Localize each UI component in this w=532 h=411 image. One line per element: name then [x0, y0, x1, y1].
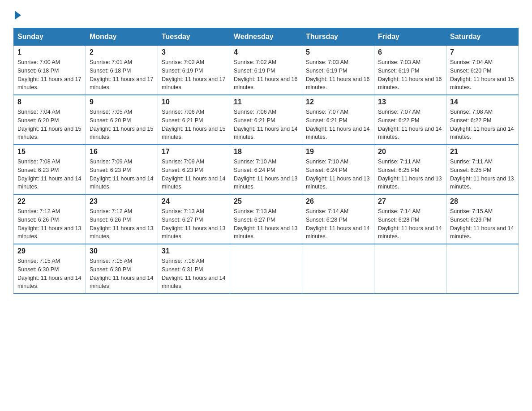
day-number: 13: [378, 98, 442, 106]
calendar-table: SundayMondayTuesdayWednesdayThursdayFrid…: [13, 28, 519, 294]
day-number: 7: [450, 48, 515, 56]
day-info: Sunrise: 7:08 AMSunset: 6:22 PMDaylight:…: [450, 108, 515, 141]
day-number: 25: [234, 197, 298, 206]
day-info: Sunrise: 7:15 AMSunset: 6:29 PMDaylight:…: [450, 207, 515, 241]
calendar-cell: [302, 244, 374, 294]
day-info: Sunrise: 7:13 AMSunset: 6:27 PMDaylight:…: [162, 207, 226, 241]
day-number: 18: [234, 148, 298, 156]
logo: [13, 9, 21, 20]
calendar-cell: 7Sunrise: 7:04 AMSunset: 6:20 PMDaylight…: [446, 46, 519, 95]
day-info: Sunrise: 7:11 AMSunset: 6:25 PMDaylight:…: [378, 158, 442, 191]
calendar-cell: 22Sunrise: 7:12 AMSunset: 6:26 PMDayligh…: [14, 194, 86, 244]
calendar-cell: [374, 244, 446, 294]
calendar-cell: 28Sunrise: 7:15 AMSunset: 6:29 PMDayligh…: [446, 194, 519, 244]
day-info: Sunrise: 7:03 AMSunset: 6:19 PMDaylight:…: [378, 58, 442, 92]
day-info: Sunrise: 7:14 AMSunset: 6:28 PMDaylight:…: [378, 207, 442, 241]
day-number: 23: [90, 197, 154, 206]
day-number: 9: [90, 98, 154, 106]
calendar-cell: 30Sunrise: 7:15 AMSunset: 6:30 PMDayligh…: [86, 244, 158, 294]
day-number: 31: [162, 247, 226, 255]
day-info: Sunrise: 7:12 AMSunset: 6:26 PMDaylight:…: [17, 207, 82, 241]
calendar-cell: 19Sunrise: 7:10 AMSunset: 6:24 PMDayligh…: [302, 145, 374, 194]
calendar-cell: 29Sunrise: 7:15 AMSunset: 6:30 PMDayligh…: [14, 244, 86, 294]
day-number: 17: [162, 148, 226, 156]
day-number: 27: [378, 197, 442, 206]
header-saturday: Saturday: [446, 28, 519, 46]
calendar-cell: 10Sunrise: 7:06 AMSunset: 6:21 PMDayligh…: [158, 95, 230, 145]
calendar-cell: 11Sunrise: 7:06 AMSunset: 6:21 PMDayligh…: [230, 95, 302, 145]
day-number: 20: [378, 148, 442, 156]
calendar-cell: 21Sunrise: 7:11 AMSunset: 6:25 PMDayligh…: [446, 145, 519, 194]
calendar-cell: 2Sunrise: 7:01 AMSunset: 6:18 PMDaylight…: [86, 46, 158, 95]
calendar-cell: 4Sunrise: 7:02 AMSunset: 6:19 PMDaylight…: [230, 46, 302, 95]
page-header: [13, 9, 519, 20]
day-info: Sunrise: 7:05 AMSunset: 6:20 PMDaylight:…: [90, 108, 154, 141]
day-info: Sunrise: 7:09 AMSunset: 6:23 PMDaylight:…: [162, 158, 226, 191]
day-number: 30: [90, 247, 154, 255]
day-info: Sunrise: 7:06 AMSunset: 6:21 PMDaylight:…: [234, 108, 298, 141]
day-number: 6: [378, 48, 442, 56]
calendar-cell: 6Sunrise: 7:03 AMSunset: 6:19 PMDaylight…: [374, 46, 446, 95]
day-number: 22: [17, 197, 82, 206]
calendar-cell: 26Sunrise: 7:14 AMSunset: 6:28 PMDayligh…: [302, 194, 374, 244]
logo-arrow-icon: [15, 11, 21, 20]
header-tuesday: Tuesday: [158, 28, 230, 46]
calendar-cell: 15Sunrise: 7:08 AMSunset: 6:23 PMDayligh…: [14, 145, 86, 194]
day-number: 12: [306, 98, 370, 106]
calendar-cell: 5Sunrise: 7:03 AMSunset: 6:19 PMDaylight…: [302, 46, 374, 95]
day-info: Sunrise: 7:07 AMSunset: 6:21 PMDaylight:…: [306, 108, 370, 141]
calendar-week-2: 8Sunrise: 7:04 AMSunset: 6:20 PMDaylight…: [14, 95, 519, 145]
day-number: 11: [234, 98, 298, 106]
header-friday: Friday: [374, 28, 446, 46]
calendar-week-5: 29Sunrise: 7:15 AMSunset: 6:30 PMDayligh…: [14, 244, 519, 294]
calendar-cell: 13Sunrise: 7:07 AMSunset: 6:22 PMDayligh…: [374, 95, 446, 145]
calendar-cell: 9Sunrise: 7:05 AMSunset: 6:20 PMDaylight…: [86, 95, 158, 145]
calendar-cell: 17Sunrise: 7:09 AMSunset: 6:23 PMDayligh…: [158, 145, 230, 194]
calendar-cell: 31Sunrise: 7:16 AMSunset: 6:31 PMDayligh…: [158, 244, 230, 294]
day-info: Sunrise: 7:15 AMSunset: 6:30 PMDaylight:…: [17, 257, 82, 291]
calendar-cell: 24Sunrise: 7:13 AMSunset: 6:27 PMDayligh…: [158, 194, 230, 244]
calendar-cell: 25Sunrise: 7:13 AMSunset: 6:27 PMDayligh…: [230, 194, 302, 244]
calendar-cell: 8Sunrise: 7:04 AMSunset: 6:20 PMDaylight…: [14, 95, 86, 145]
calendar-cell: 20Sunrise: 7:11 AMSunset: 6:25 PMDayligh…: [374, 145, 446, 194]
header-sunday: Sunday: [14, 28, 86, 46]
day-number: 28: [450, 197, 515, 206]
day-info: Sunrise: 7:10 AMSunset: 6:24 PMDaylight:…: [234, 158, 298, 191]
day-info: Sunrise: 7:13 AMSunset: 6:27 PMDaylight:…: [234, 207, 298, 241]
calendar-cell: [230, 244, 302, 294]
day-number: 1: [17, 48, 82, 56]
calendar-week-3: 15Sunrise: 7:08 AMSunset: 6:23 PMDayligh…: [14, 145, 519, 194]
calendar-cell: 18Sunrise: 7:10 AMSunset: 6:24 PMDayligh…: [230, 145, 302, 194]
day-info: Sunrise: 7:07 AMSunset: 6:22 PMDaylight:…: [378, 108, 442, 141]
header-monday: Monday: [86, 28, 158, 46]
day-info: Sunrise: 7:04 AMSunset: 6:20 PMDaylight:…: [17, 108, 82, 141]
calendar-cell: 1Sunrise: 7:00 AMSunset: 6:18 PMDaylight…: [14, 46, 86, 95]
calendar-cell: 23Sunrise: 7:12 AMSunset: 6:26 PMDayligh…: [86, 194, 158, 244]
day-number: 24: [162, 197, 226, 206]
day-info: Sunrise: 7:10 AMSunset: 6:24 PMDaylight:…: [306, 158, 370, 191]
day-info: Sunrise: 7:02 AMSunset: 6:19 PMDaylight:…: [162, 58, 226, 92]
day-info: Sunrise: 7:00 AMSunset: 6:18 PMDaylight:…: [17, 58, 82, 92]
day-info: Sunrise: 7:12 AMSunset: 6:26 PMDaylight:…: [90, 207, 154, 241]
day-number: 3: [162, 48, 226, 56]
day-number: 14: [450, 98, 515, 106]
day-number: 29: [17, 247, 82, 255]
calendar-week-1: 1Sunrise: 7:00 AMSunset: 6:18 PMDaylight…: [14, 46, 519, 95]
calendar-cell: 14Sunrise: 7:08 AMSunset: 6:22 PMDayligh…: [446, 95, 519, 145]
day-info: Sunrise: 7:03 AMSunset: 6:19 PMDaylight:…: [306, 58, 370, 92]
day-number: 4: [234, 48, 298, 56]
day-info: Sunrise: 7:01 AMSunset: 6:18 PMDaylight:…: [90, 58, 154, 92]
day-number: 8: [17, 98, 82, 106]
calendar-week-4: 22Sunrise: 7:12 AMSunset: 6:26 PMDayligh…: [14, 194, 519, 244]
calendar-cell: 16Sunrise: 7:09 AMSunset: 6:23 PMDayligh…: [86, 145, 158, 194]
day-number: 2: [90, 48, 154, 56]
day-number: 19: [306, 148, 370, 156]
day-info: Sunrise: 7:09 AMSunset: 6:23 PMDaylight:…: [90, 158, 154, 191]
day-info: Sunrise: 7:16 AMSunset: 6:31 PMDaylight:…: [162, 257, 226, 291]
calendar-header-row: SundayMondayTuesdayWednesdayThursdayFrid…: [14, 28, 519, 46]
calendar-cell: 3Sunrise: 7:02 AMSunset: 6:19 PMDaylight…: [158, 46, 230, 95]
day-number: 15: [17, 148, 82, 156]
day-info: Sunrise: 7:15 AMSunset: 6:30 PMDaylight:…: [90, 257, 154, 291]
day-number: 21: [450, 148, 515, 156]
day-info: Sunrise: 7:06 AMSunset: 6:21 PMDaylight:…: [162, 108, 226, 141]
